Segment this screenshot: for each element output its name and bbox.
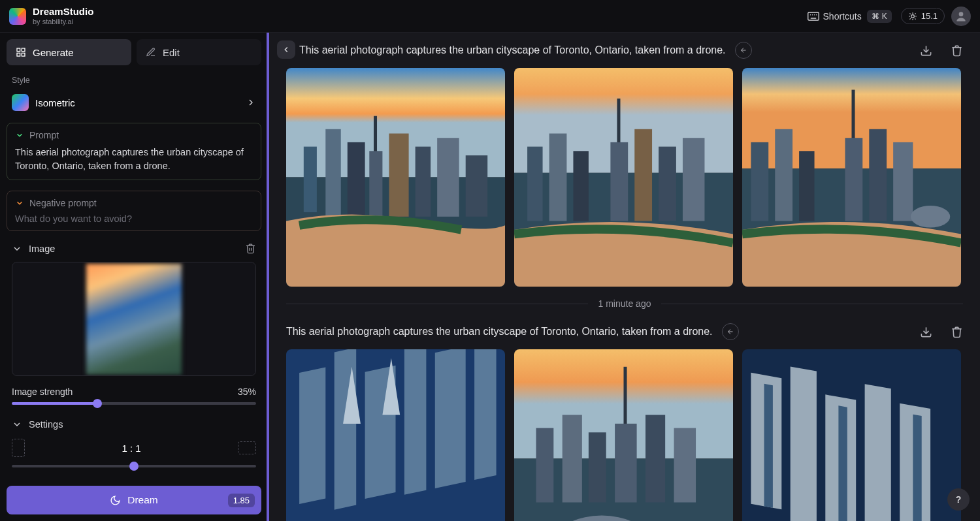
svg-rect-42 <box>869 129 887 221</box>
credit-icon <box>908 12 917 21</box>
time-separator-label: 1 minute ago <box>598 298 651 309</box>
shortcuts-button[interactable]: Shortcuts <box>808 11 862 22</box>
download-icon <box>920 44 932 57</box>
tab-edit[interactable]: Edit <box>137 39 261 65</box>
batch-title: This aerial photograph captures the urba… <box>286 326 713 338</box>
svg-rect-9 <box>22 48 25 52</box>
svg-point-7 <box>959 12 964 16</box>
download-batch-button[interactable] <box>920 326 932 338</box>
svg-rect-41 <box>845 138 862 221</box>
user-avatar[interactable] <box>951 7 971 26</box>
chevron-down-icon <box>12 419 22 430</box>
ratio-landscape-icon[interactable] <box>238 441 256 454</box>
dream-label: Dream <box>127 494 158 506</box>
edit-icon <box>146 47 156 57</box>
tab-generate-label: Generate <box>33 47 74 58</box>
svg-rect-0 <box>808 12 819 20</box>
chevron-down-icon <box>15 198 24 208</box>
image-strength-slider[interactable] <box>12 402 256 405</box>
svg-rect-16 <box>304 147 317 213</box>
download-batch-button[interactable] <box>920 44 932 57</box>
result-image[interactable] <box>286 349 505 521</box>
results-panel: This aerial photograph captures the urba… <box>269 33 980 521</box>
chevron-down-icon <box>15 131 24 140</box>
reuse-prompt-button[interactable] <box>735 42 752 59</box>
svg-rect-34 <box>683 138 705 221</box>
download-icon <box>920 326 932 338</box>
brand-title: DreamStudio <box>33 7 93 18</box>
svg-rect-11 <box>22 53 25 56</box>
result-image[interactable] <box>742 68 961 287</box>
svg-rect-52 <box>435 349 466 488</box>
image-section-header[interactable]: Image <box>0 235 268 259</box>
result-image[interactable] <box>286 68 505 287</box>
settings-label: Settings <box>29 419 63 430</box>
negative-prompt-label: Negative prompt <box>29 198 97 208</box>
svg-rect-73 <box>838 405 847 521</box>
aspect-ratio-slider[interactable] <box>12 465 256 467</box>
svg-rect-23 <box>437 138 459 217</box>
collapse-sidebar-button[interactable] <box>277 40 295 59</box>
result-image[interactable] <box>514 349 733 521</box>
result-image[interactable] <box>514 68 733 287</box>
init-image-well[interactable] <box>12 262 256 376</box>
control-sidebar: Generate Edit Style Isometric Prompt Thi… <box>0 33 269 521</box>
svg-rect-39 <box>799 151 814 221</box>
tab-generate[interactable]: Generate <box>7 39 131 65</box>
prompt-label: Prompt <box>29 130 59 140</box>
svg-rect-32 <box>634 129 652 221</box>
svg-rect-21 <box>389 134 408 217</box>
chevron-right-icon <box>246 97 256 108</box>
svg-rect-20 <box>369 151 382 216</box>
prompt-text[interactable]: This aerial photograph captures the urba… <box>15 146 253 173</box>
trash-icon[interactable] <box>245 243 256 254</box>
chevron-left-icon <box>282 45 291 54</box>
svg-rect-49 <box>335 349 357 510</box>
svg-rect-33 <box>659 147 676 221</box>
svg-rect-61 <box>589 432 606 502</box>
arrow-left-icon <box>727 328 734 336</box>
svg-rect-59 <box>536 428 554 503</box>
svg-rect-37 <box>751 142 768 221</box>
svg-rect-68 <box>791 366 817 521</box>
svg-point-44 <box>911 206 950 228</box>
svg-rect-60 <box>563 415 582 503</box>
image-strength-control: Image strength 35% <box>0 383 268 414</box>
credits-pill[interactable]: 15.1 <box>901 8 945 24</box>
svg-point-6 <box>911 14 914 18</box>
svg-rect-63 <box>645 415 665 503</box>
svg-rect-43 <box>893 142 913 221</box>
shortcut-key-badge: ⌘ K <box>867 10 892 23</box>
style-picker[interactable]: Isometric <box>7 89 261 116</box>
image-strength-label: Image strength <box>12 387 73 397</box>
keyboard-icon <box>808 12 819 21</box>
brand-subtitle: by stability.ai <box>33 18 93 25</box>
shortcuts-label: Shortcuts <box>823 11 862 22</box>
app-header: DreamStudio by stability.ai Shortcuts ⌘ … <box>0 0 980 33</box>
prompt-box[interactable]: Prompt This aerial photograph captures t… <box>7 123 261 180</box>
user-icon <box>955 10 968 23</box>
svg-rect-48 <box>299 367 325 504</box>
reuse-prompt-button[interactable] <box>722 323 739 340</box>
arrow-left-icon <box>740 46 747 54</box>
delete-batch-button[interactable] <box>951 44 963 57</box>
brand-text: DreamStudio by stability.ai <box>33 7 93 25</box>
result-image[interactable] <box>742 349 961 521</box>
dream-button[interactable]: Dream 1.85 <box>7 486 261 514</box>
settings-section-header[interactable]: Settings <box>0 414 268 435</box>
style-name: Isometric <box>35 97 239 108</box>
svg-rect-10 <box>17 53 20 56</box>
svg-rect-29 <box>573 151 588 221</box>
negative-prompt-box[interactable]: Negative prompt What do you want to avoi… <box>7 191 261 231</box>
delete-batch-button[interactable] <box>951 326 963 338</box>
ratio-portrait-icon[interactable] <box>12 439 25 457</box>
help-button[interactable]: ? <box>947 488 970 511</box>
ratio-value: 1 : 1 <box>122 443 140 454</box>
svg-rect-62 <box>615 424 637 503</box>
init-image-thumbnail <box>86 264 182 375</box>
style-swatch <box>12 94 29 111</box>
svg-rect-8 <box>17 48 20 52</box>
negative-prompt-placeholder[interactable]: What do you want to avoid? <box>15 213 253 224</box>
dream-cost: 1.85 <box>228 494 255 507</box>
svg-rect-53 <box>474 349 497 480</box>
